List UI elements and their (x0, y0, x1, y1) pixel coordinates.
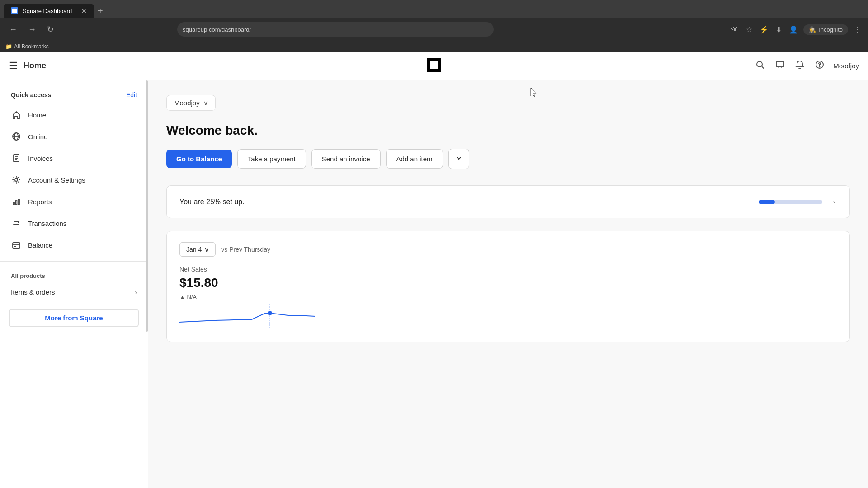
sidebar-item-invoices[interactable]: Invoices (0, 147, 148, 169)
user-name[interactable]: Moodjoy (833, 62, 859, 70)
svg-point-6 (820, 67, 820, 67)
header-actions: Moodjoy (754, 58, 859, 73)
sidebar-scrollbar[interactable] (146, 80, 148, 488)
date-selector-label: Jan 4 (186, 246, 202, 253)
quick-access-edit-link[interactable]: Edit (126, 91, 137, 99)
invoices-icon (11, 153, 22, 164)
sidebar-divider (0, 261, 148, 262)
app-body: Quick access Edit Home (0, 80, 868, 488)
bookmarks-label: All Bookmarks (14, 43, 49, 50)
sidebar-item-invoices-label: Invoices (28, 155, 53, 162)
business-name: Moodjoy (174, 99, 200, 107)
nav-actions: 👁 ☆ ⚡ ⬇ 👤 🕵 Incognito ⋮ (730, 23, 863, 36)
page-title: Home (24, 61, 46, 70)
sidebar-item-transactions[interactable]: Transactions (0, 212, 148, 234)
help-button[interactable] (813, 58, 826, 73)
svg-rect-17 (18, 199, 19, 205)
setup-text: You are 25% set up. (179, 198, 245, 206)
sidebar-item-online-label: Online (28, 133, 47, 141)
new-tab-button[interactable]: + (94, 4, 107, 18)
bookmarks-bar: 📁 All Bookmarks (0, 41, 868, 52)
sidebar-item-online[interactable]: Online (0, 126, 148, 147)
online-icon (11, 131, 22, 142)
eye-icon[interactable]: 👁 (730, 23, 741, 35)
browser-chrome: Square Dashboard ✕ + ← → ↻ squareup.com/… (0, 0, 868, 41)
progress-bar-fill (759, 200, 775, 204)
sidebar-item-balance-label: Balance (28, 241, 52, 249)
date-filter-row: Jan 4 ∨ vs Prev Thursday (179, 242, 837, 257)
go-to-balance-button[interactable]: Go to Balance (166, 150, 232, 168)
items-orders-label: Items & orders (11, 288, 55, 296)
change-label: ▲ N/A (179, 294, 197, 300)
bookmarks-folder-icon[interactable]: 📁 All Bookmarks (5, 43, 49, 50)
app: ☰ Home (0, 52, 868, 488)
sidebar-item-account-settings[interactable]: Account & Settings (0, 169, 148, 191)
send-invoice-button[interactable]: Send an invoice (311, 149, 381, 169)
svg-rect-20 (14, 246, 16, 247)
incognito-badge: 🕵 Incognito (803, 24, 848, 35)
sidebar-item-reports[interactable]: Reports (0, 191, 148, 212)
search-button[interactable] (754, 58, 766, 73)
all-products-label: All products (0, 267, 148, 283)
back-button[interactable]: ← (5, 23, 21, 36)
net-sales-label: Net Sales (179, 266, 837, 273)
progress-bar (759, 200, 822, 204)
expand-actions-button[interactable] (448, 149, 469, 169)
transactions-icon (11, 218, 22, 229)
home-icon (11, 109, 22, 120)
main-content: Moodjoy ∨ Welcome back. Go to Balance Ta… (148, 80, 868, 488)
tab-favicon (11, 7, 18, 14)
svg-point-14 (15, 178, 18, 181)
reports-icon (11, 196, 22, 207)
sidebar-item-reports-label: Reports (28, 198, 52, 206)
address-bar[interactable]: squareup.com/dashboard/ (177, 22, 494, 37)
take-payment-button[interactable]: Take a payment (237, 149, 306, 169)
tab-title: Square Dashboard (23, 8, 72, 14)
forward-button[interactable]: → (24, 23, 40, 36)
active-tab[interactable]: Square Dashboard ✕ (4, 4, 94, 18)
messages-button[interactable] (774, 58, 786, 73)
welcome-heading: Welcome back. (166, 123, 850, 138)
bookmark-icon[interactable]: ☆ (744, 23, 754, 36)
sidebar-item-balance[interactable]: Balance (0, 234, 148, 256)
quick-access-label: Quick access (11, 91, 52, 99)
items-orders-arrow-icon: › (135, 289, 137, 296)
business-selector-chevron-icon: ∨ (203, 99, 208, 107)
setup-section: You are 25% set up. → (166, 185, 850, 218)
sidebar-item-home-label: Home (28, 111, 46, 119)
stats-section: Jan 4 ∨ vs Prev Thursday Net Sales $15.8… (166, 231, 850, 342)
date-selector-chevron-icon: ∨ (204, 246, 209, 253)
svg-rect-18 (13, 243, 20, 248)
incognito-label: Incognito (819, 26, 843, 33)
sidebar-item-items-orders[interactable]: Items & orders › (0, 283, 148, 301)
date-selector[interactable]: Jan 4 ∨ (179, 242, 216, 257)
setup-next-arrow-icon[interactable]: → (828, 197, 837, 207)
svg-rect-0 (12, 9, 17, 13)
svg-rect-15 (13, 202, 14, 205)
sidebar-item-home[interactable]: Home (0, 104, 148, 126)
reload-button[interactable]: ↻ (43, 23, 57, 36)
sidebar-toggle-button[interactable]: ☰ (9, 60, 18, 72)
action-buttons: Go to Balance Take a payment Send an inv… (166, 149, 850, 169)
sidebar-item-transactions-label: Transactions (28, 220, 66, 227)
menu-icon[interactable]: ⋮ (852, 23, 863, 36)
sidebar-item-account-settings-label: Account & Settings (28, 176, 85, 184)
url-text: squareup.com/dashboard/ (183, 26, 251, 33)
change-badge: ▲ N/A (179, 294, 197, 300)
more-from-square-button[interactable]: More from Square (9, 309, 139, 327)
setup-progress-row: → (759, 197, 837, 207)
business-selector[interactable]: Moodjoy ∨ (166, 95, 216, 111)
app-header: ☰ Home (0, 52, 868, 80)
account-settings-icon (11, 174, 22, 185)
quick-access-section: Quick access Edit (0, 88, 148, 104)
profile-icon[interactable]: 👤 (787, 23, 800, 36)
add-item-button[interactable]: Add an item (386, 149, 443, 169)
notifications-button[interactable] (793, 58, 806, 73)
browser-nav: ← → ↻ squareup.com/dashboard/ 👁 ☆ ⚡ ⬇ 👤 … (0, 18, 868, 41)
download-icon[interactable]: ⬇ (774, 23, 783, 36)
setup-row: You are 25% set up. → (179, 197, 837, 207)
tab-bar: Square Dashboard ✕ + (0, 0, 868, 18)
extensions-icon[interactable]: ⚡ (758, 23, 770, 36)
line-chart (179, 304, 837, 331)
tab-close-button[interactable]: ✕ (81, 7, 87, 15)
